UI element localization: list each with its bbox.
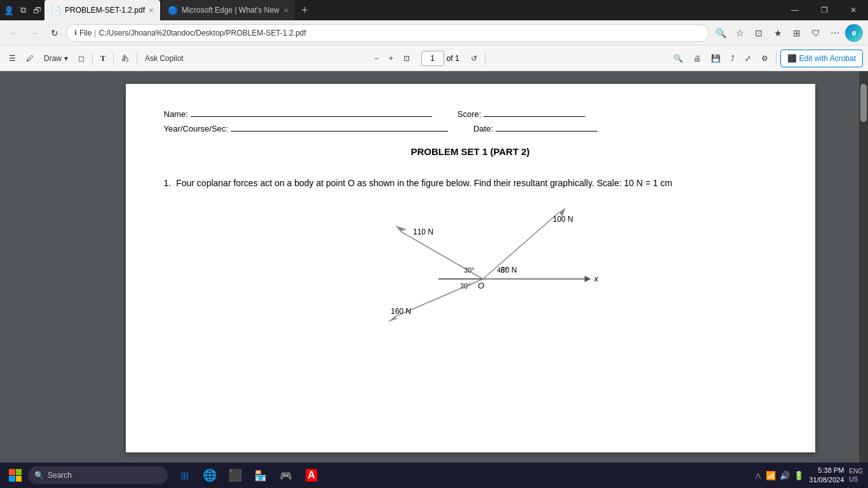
refresh-button[interactable]: ↻	[46, 24, 64, 42]
taskbar-app-adobe[interactable]: A	[300, 464, 323, 487]
taskbar-search[interactable]: 🔍 Search	[28, 466, 168, 484]
problem-1-number: 1.	[164, 176, 172, 190]
browser-essentials-icon[interactable]: 🛡	[807, 24, 825, 42]
erase-tool[interactable]: ◻	[74, 50, 88, 67]
minimize-button[interactable]: —	[780, 0, 810, 20]
taskbar-app-microsoft-store[interactable]: 🏪	[249, 464, 272, 487]
settings-more-icon[interactable]: ⋯	[826, 24, 844, 42]
force-diagram: x O 80 N 30° 45° 20° 110 N 100 N	[337, 203, 604, 336]
page-controls: of 1	[421, 51, 459, 66]
page-number-input[interactable]	[421, 51, 444, 66]
ask-copilot-label: Ask Copilot	[145, 54, 184, 63]
ask-copilot-button[interactable]: Ask Copilot	[141, 50, 187, 67]
address-separator: |	[94, 29, 96, 37]
taskbar-right: ⋀ 📶 🔊 🔋 5:38 PM 31/08/2024 ENGUS	[756, 466, 863, 485]
text-tool[interactable]: 𝐓	[97, 50, 109, 67]
zoom-out-label: −	[374, 54, 379, 63]
tab-close-pdf[interactable]: ✕	[149, 7, 154, 14]
search-toolbar-icon[interactable]: 🔍	[712, 24, 729, 42]
toolbar-sep-1	[92, 52, 93, 65]
edge-copilot-icon[interactable]: e	[845, 24, 863, 42]
maximize-button[interactable]: ❐	[810, 0, 839, 20]
lock-icon: ℹ	[74, 29, 77, 37]
tab-manager-icon[interactable]: ⧉	[17, 4, 29, 17]
angle-20-label: 20°	[460, 282, 471, 290]
origin-label: O	[478, 281, 484, 290]
tab-edge-new[interactable]: 🔵 Microsoft Edge | What's New ✕	[161, 0, 294, 20]
profile-icon[interactable]: 👤	[3, 4, 15, 17]
svg-marker-3	[395, 226, 407, 231]
print-button[interactable]: 🖨	[689, 50, 705, 67]
svg-line-2	[400, 231, 483, 279]
open-new-button[interactable]: ⤢	[741, 50, 755, 67]
tab-close-edge[interactable]: ✕	[283, 7, 288, 14]
taskbar-app-games[interactable]: 🎮	[275, 464, 297, 487]
force-100n-label: 100 N	[553, 215, 573, 224]
window-controls: — ❐ ✕	[780, 0, 868, 20]
taskbar-app-widgets[interactable]: ⊞	[173, 464, 196, 487]
read-aloud-tool[interactable]: あ	[118, 50, 133, 67]
volume-icon[interactable]: 🔊	[780, 471, 790, 480]
sidebar-toggle-button[interactable]: ☰	[5, 50, 20, 67]
taskbar-app-dark-theme[interactable]: ⬛	[224, 464, 247, 487]
pdf-page-container[interactable]: Name: Score: Year/Course/Sec: Date:	[81, 71, 859, 463]
save-button[interactable]: 💾	[707, 50, 724, 67]
collections-icon[interactable]: ⊞	[788, 24, 806, 42]
system-tray-expand[interactable]: ⋀	[756, 472, 761, 479]
year-label: Year/Course/Sec:	[164, 124, 228, 133]
new-tab-icon[interactable]: 🗗	[31, 4, 43, 17]
address-url: C:/Users/Jhoana%20tandoc/Desktop/PROBLEM…	[98, 29, 306, 37]
start-button[interactable]	[5, 465, 25, 485]
forward-button[interactable]: →	[25, 24, 43, 42]
score-line	[484, 116, 585, 117]
system-tray-icons: 📶 🔊 🔋	[766, 471, 804, 480]
edit-with-acrobat-button[interactable]: ⬛ Edit with Acrobat	[780, 50, 863, 67]
date-line	[496, 131, 597, 132]
year-field: Year/Course/Sec:	[164, 124, 448, 133]
address-bar: ← → ↻ ℹ File | C:/Users/Jhoana%20tandoc/…	[0, 20, 868, 46]
find-text-button[interactable]: 🔍	[670, 50, 687, 67]
pdf-scrollbar-thumb[interactable]	[860, 84, 867, 122]
share-button[interactable]: ⤴	[727, 50, 738, 67]
tab-label-edge: Microsoft Edge | What's New	[182, 6, 279, 15]
toolbar-sep-5	[776, 52, 776, 65]
wifi-icon[interactable]: 📶	[766, 471, 776, 480]
zoom-out-button[interactable]: −	[370, 50, 383, 67]
name-line	[191, 116, 432, 117]
address-input[interactable]: ℹ File | C:/Users/Jhoana%20tandoc/Deskto…	[66, 24, 709, 42]
acrobat-icon: ⬛	[787, 54, 797, 63]
taskbar-date-display: 31/08/2024	[809, 475, 844, 485]
favorites-icon[interactable]: ☆	[731, 24, 749, 42]
draw-dropdown[interactable]: Draw ▾	[40, 50, 72, 67]
pdf-settings-button[interactable]: ⚙	[757, 50, 772, 67]
year-line	[231, 131, 448, 132]
pdf-scrollbar[interactable]	[859, 71, 868, 463]
tab-bar: 👤 ⧉ 🗗 📄 PROBLEM-SET-1.2.pdf ✕ 🔵 Microsof…	[0, 0, 316, 20]
toolbar-sep-4	[485, 52, 485, 65]
tab-groups-icon[interactable]: ⊡	[750, 24, 768, 42]
taskbar-search-label: Search	[48, 471, 72, 480]
close-button[interactable]: ✕	[839, 0, 868, 20]
rotate-tool[interactable]: ↺	[467, 50, 481, 67]
force-110n-label: 110 N	[413, 227, 433, 236]
battery-icon[interactable]: 🔋	[794, 471, 804, 480]
zoom-in-button[interactable]: +	[385, 50, 397, 67]
taskbar: 🔍 Search ⊞ 🌐 ⬛ 🏪 🎮 A ⋀ 📶 🔊 🔋 5:38 PM	[0, 463, 868, 488]
tab-pdf[interactable]: 📄 PROBLEM-SET-1.2.pdf ✕	[44, 0, 160, 20]
back-button[interactable]: ←	[5, 24, 23, 42]
pdf-page: Name: Score: Year/Course/Sec: Date:	[126, 84, 815, 452]
favorites-bar-icon[interactable]: ★	[769, 24, 787, 42]
force-160n-label: 160 N	[391, 307, 411, 316]
date-field: Date:	[473, 124, 597, 133]
date-label: Date:	[473, 124, 493, 133]
zoom-controls: − + ⊡	[370, 50, 414, 67]
taskbar-app-edge[interactable]: 🌐	[198, 464, 221, 487]
windows-logo	[9, 469, 22, 482]
taskbar-datetime[interactable]: 5:38 PM 31/08/2024	[809, 466, 844, 485]
problem-1-text: Four coplanar forces act on a body at po…	[176, 176, 672, 190]
problem-1: 1. Four coplanar forces act on a body at…	[164, 176, 777, 190]
fit-page-button[interactable]: ⊡	[400, 50, 414, 67]
annotation-tool[interactable]: 🖊	[22, 50, 37, 67]
search-icon: 🔍	[34, 471, 44, 480]
new-tab-button[interactable]: +	[296, 1, 314, 19]
